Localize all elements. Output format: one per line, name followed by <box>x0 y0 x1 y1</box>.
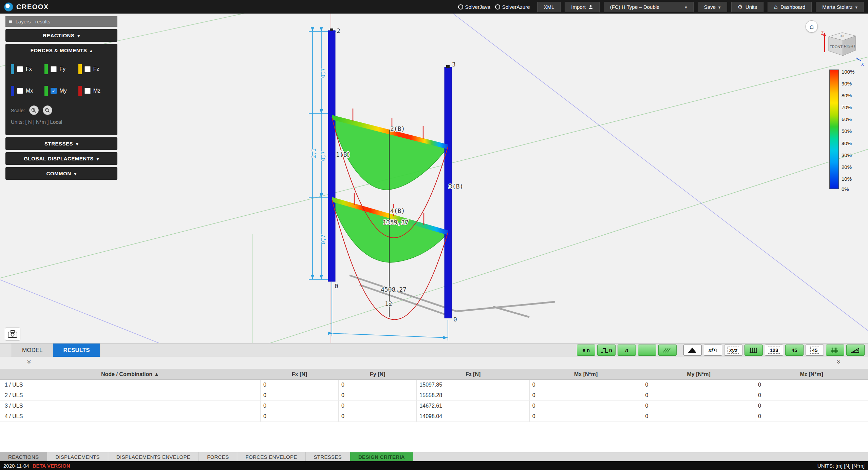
solid-view-button[interactable] <box>683 345 702 356</box>
user-menu[interactable]: Marta Stolarz <box>816 2 864 12</box>
checkbox-my[interactable]: My <box>44 86 78 96</box>
table-row[interactable]: 1 / ULS0 015097.85 00 0 <box>0 380 868 390</box>
scale-label: Scale: <box>11 107 25 113</box>
result-step-n-button[interactable]: n <box>597 345 616 356</box>
fy-checkbox[interactable] <box>51 66 57 72</box>
table-header-row: Node / Combination ▲ Fx [N] Fy [N] Fz [N… <box>0 369 868 380</box>
import-button[interactable]: Import <box>565 2 600 12</box>
table-row[interactable]: 4 / ULS0 014098.04 00 0 <box>0 411 868 422</box>
local-units-note: Units: [ N | N*m ] Local <box>5 115 117 126</box>
cube-face-right[interactable]: RIGHT <box>844 44 856 48</box>
col-my[interactable]: My [N*m] <box>642 369 755 380</box>
section-common[interactable]: COMMON <box>5 167 117 180</box>
legend-tick: 90% <box>842 81 852 86</box>
checkbox-mz[interactable]: Mz <box>78 86 112 96</box>
zoom-in-icon[interactable] <box>29 105 39 115</box>
solver-azure-radio[interactable]: SolverAzure <box>495 4 530 10</box>
table-row[interactable]: 3 / ULS0 014672.61 00 0 <box>0 401 868 411</box>
fx-checkbox[interactable] <box>17 66 23 72</box>
col-mx[interactable]: Mx [N*m] <box>529 369 642 380</box>
node-label: 0 <box>335 282 338 290</box>
result-hatch-button[interactable] <box>658 345 677 356</box>
hatch-icon <box>663 348 672 353</box>
table-collapse-strip <box>0 357 868 369</box>
tab-forces[interactable]: FORCES <box>199 452 237 461</box>
tab-design-criteria[interactable]: DESIGN CRITERIA <box>350 452 413 461</box>
col-node-combination[interactable]: Node / Combination ▲ <box>0 369 260 380</box>
my-checkbox[interactable] <box>51 88 57 94</box>
collapse-chevron-right[interactable] <box>834 360 843 364</box>
model-type-select[interactable]: (FC) H Type – Double <box>604 2 694 12</box>
view-home-button[interactable] <box>806 20 818 33</box>
legend-tick: 80% <box>842 93 852 98</box>
chevron-down-icon <box>685 4 687 10</box>
values-45-on-button[interactable]: 45 <box>785 345 804 356</box>
section-global-displacements[interactable]: GLOBAL DISPLACEMENTS <box>5 152 117 165</box>
column-right[interactable] <box>445 67 452 318</box>
tab-forces-envelope[interactable]: FORCES ENVELOPE <box>237 452 305 461</box>
col-fz[interactable]: Fz [N] <box>417 369 530 380</box>
values-45-off-button[interactable]: 45 <box>806 345 824 356</box>
checkbox-mx[interactable]: Mx <box>11 86 44 96</box>
legend-tick: 40% <box>842 140 852 146</box>
col-fy[interactable]: Fy [N] <box>339 369 417 380</box>
tab-displacements[interactable]: DISPLACEMENTS <box>47 452 108 461</box>
reactions-table: Node / Combination ▲ Fx [N] Fy [N] Fz [N… <box>0 369 868 422</box>
node-label: 0 <box>453 316 457 323</box>
result-plain-button[interactable] <box>638 345 656 356</box>
viewport-3d[interactable]: 2 3 0 0 1(B) 2(B) 3(B) 4(B) 1359,37 4508… <box>0 0 868 359</box>
result-n-button[interactable]: n <box>618 345 636 356</box>
col-mz[interactable]: Mz [N*m] <box>755 369 868 380</box>
axis-x-label: X <box>861 62 864 66</box>
fz-checkbox[interactable] <box>84 66 91 72</box>
cube-face-front[interactable]: FRONT <box>830 45 843 49</box>
checkbox-fx[interactable]: Fx <box>11 64 44 74</box>
tab-model[interactable]: MODEL <box>12 344 53 357</box>
chevron-down-icon <box>74 171 76 176</box>
layers-panel: Layers - results REACTIONS FORCES & MOME… <box>5 16 117 180</box>
gear-icon <box>738 3 743 11</box>
col-fx[interactable]: Fx [N] <box>260 369 338 380</box>
units-button[interactable]: Units <box>731 2 763 12</box>
beta-version-label: BETA VERSION <box>33 463 70 469</box>
result-comb-button[interactable] <box>744 345 763 356</box>
magnifier-icon <box>714 349 717 352</box>
dim-label: 0,7 <box>320 68 326 78</box>
result-dot-n-button[interactable]: n <box>577 345 595 356</box>
node-marker-top-right <box>446 65 450 68</box>
table-row[interactable]: 2 / ULS0 015558.28 00 0 <box>0 390 868 401</box>
layers-panel-header[interactable]: Layers - results <box>5 16 117 27</box>
forces-moments-header[interactable]: FORCES & MOMENTS <box>5 44 117 57</box>
tab-displacements-envelope[interactable]: DISPLACEMENTS ENVELOPE <box>108 452 199 461</box>
collapse-chevron-left[interactable] <box>25 360 34 364</box>
mz-checkbox[interactable] <box>84 88 91 94</box>
grid-toggle-button[interactable] <box>826 345 844 356</box>
screenshot-button[interactable] <box>5 328 20 340</box>
mx-checkbox[interactable] <box>17 88 23 94</box>
logo-icon <box>4 2 13 12</box>
radio-icon <box>495 4 500 9</box>
triangle-icon <box>687 347 697 354</box>
dashboard-button[interactable]: Dashboard <box>768 2 812 12</box>
xml-button[interactable]: XML <box>537 2 561 12</box>
checkbox-fy[interactable]: Fy <box>44 64 78 74</box>
save-button[interactable]: Save <box>698 2 727 12</box>
section-reactions[interactable]: REACTIONS <box>5 29 117 42</box>
dim-label: 2,1 <box>310 149 317 158</box>
labels-xyz-button[interactable]: xyz <box>724 345 742 356</box>
labels-123-button[interactable]: 123 <box>765 345 783 356</box>
orientation-cube[interactable]: TOP FRONT RIGHT Z X <box>820 28 865 66</box>
labels-xf-button[interactable]: xf <box>704 345 722 356</box>
solver-java-radio[interactable]: SolverJava <box>458 4 490 10</box>
zoom-out-icon[interactable] <box>43 105 52 115</box>
tab-reactions[interactable]: REACTIONS <box>0 452 47 461</box>
slope-toggle-button[interactable] <box>846 345 865 356</box>
cube-face-top[interactable]: TOP <box>839 34 845 38</box>
tab-results[interactable]: RESULTS <box>53 344 100 357</box>
tab-stresses[interactable]: STRESSES <box>306 452 350 461</box>
top-bar: CREOOX SolverJava SolverAzure XML Import… <box>0 0 868 14</box>
checkbox-fz[interactable]: Fz <box>78 64 112 74</box>
column-left[interactable] <box>328 31 335 281</box>
section-stresses[interactable]: STRESSES <box>5 137 117 150</box>
legend-tick: 50% <box>842 128 852 134</box>
